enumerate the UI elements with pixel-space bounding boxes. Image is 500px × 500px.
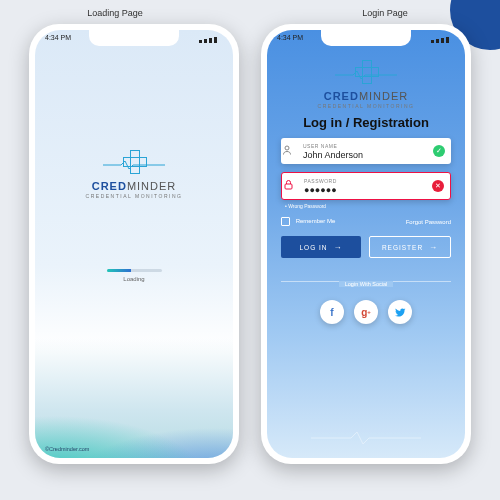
brand-wordmark: CREDMINDER (267, 90, 465, 102)
signal-icon (431, 37, 455, 43)
signal-icon (199, 37, 223, 43)
app-logo: CREDMINDER CREDENTIAL MONITORING (267, 60, 465, 109)
username-field[interactable]: USER NAME John Anderson ✓ (281, 138, 451, 164)
device-notch (89, 30, 179, 46)
register-button[interactable]: REGISTER→ (369, 236, 451, 258)
copyright-text: ©Credminder.com (45, 446, 89, 452)
valid-check-icon: ✓ (433, 145, 445, 157)
progress-fill (107, 269, 132, 272)
status-time: 4:34 PM (277, 34, 303, 41)
brand-wordmark: CREDMINDER (35, 180, 233, 192)
loading-progress: Loading (107, 269, 162, 282)
twitter-icon (395, 307, 406, 318)
login-button[interactable]: LOG IN→ (281, 236, 361, 258)
brand-tagline: CREDENTIAL MONITORING (35, 193, 233, 199)
decorative-wave (35, 338, 233, 458)
app-logo: CREDMINDER CREDENTIAL MONITORING (35, 150, 233, 199)
remember-me-label: Remember Me (296, 218, 336, 224)
username-label: USER NAME (303, 143, 443, 149)
arrow-right-icon: → (429, 243, 438, 252)
heartbeat-icon (103, 160, 165, 170)
heartbeat-decorative-icon (311, 430, 421, 446)
invalid-close-icon: ✕ (432, 180, 444, 192)
user-icon (280, 145, 294, 157)
loading-label: Loading (107, 276, 162, 282)
column-labels: Loading Page Login Page (0, 0, 500, 24)
password-label: PASSWORD (304, 178, 442, 184)
label-loading-page: Loading Page (0, 8, 230, 18)
password-value: ●●●●●● (304, 185, 442, 195)
brand-tagline: CREDENTIAL MONITORING (267, 103, 465, 109)
status-time: 4:34 PM (45, 34, 71, 41)
arrow-right-icon: → (334, 243, 343, 252)
username-value: John Anderson (303, 150, 443, 160)
heartbeat-icon (335, 70, 397, 80)
phone-loading: 4:34 PM CREDMINDER CREDENTIAL MONITORING (29, 24, 239, 464)
social-divider: Login With Social (281, 272, 451, 290)
checkbox-icon (281, 217, 290, 226)
social-google-button[interactable]: g+ (354, 300, 378, 324)
social-twitter-button[interactable] (388, 300, 412, 324)
progress-bar (107, 269, 162, 272)
password-field[interactable]: PASSWORD ●●●●●● ✕ (281, 172, 451, 200)
social-divider-label: Login With Social (339, 281, 394, 287)
phone-login: 4:34 PM CREDMINDER CREDENTIAL MONITORING… (261, 24, 471, 464)
page-title: Log in / Registration (267, 115, 465, 130)
remember-me-checkbox[interactable]: Remember Me (281, 217, 335, 226)
forgot-password-link[interactable]: Forgot Password (406, 219, 451, 225)
svg-rect-1 (285, 184, 292, 189)
device-notch (321, 30, 411, 46)
svg-point-0 (285, 146, 289, 150)
social-facebook-button[interactable]: f (320, 300, 344, 324)
password-error-text: • Wrong Password (285, 203, 465, 209)
lock-icon (281, 180, 295, 192)
